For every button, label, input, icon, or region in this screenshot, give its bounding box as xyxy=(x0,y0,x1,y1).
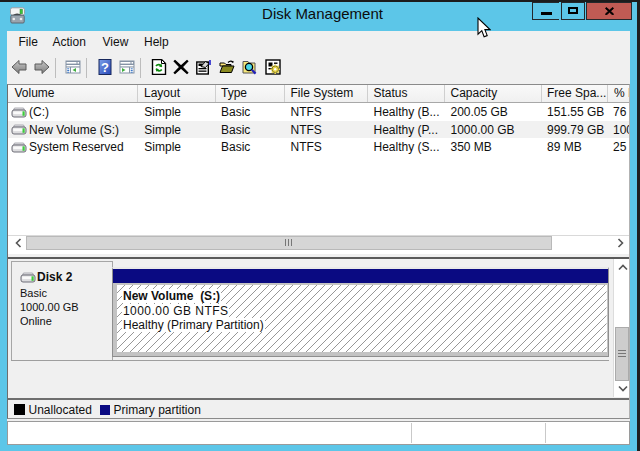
svg-text:?: ? xyxy=(101,59,109,74)
